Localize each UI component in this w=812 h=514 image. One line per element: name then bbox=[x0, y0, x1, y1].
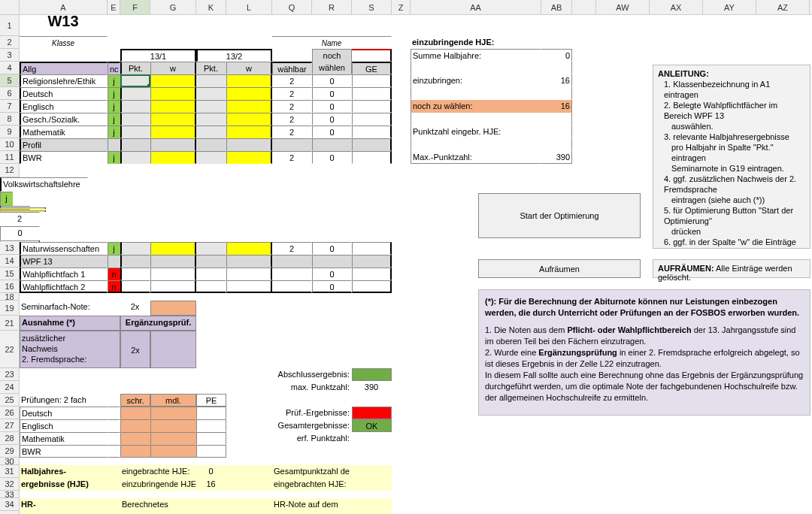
berech-erg-label: Ergebnis: bbox=[120, 511, 196, 514]
row-6[interactable]: 6 bbox=[0, 87, 20, 100]
seminar-label: Seminarfach-Note: bbox=[20, 301, 108, 316]
row-9[interactable]: 9 bbox=[0, 125, 20, 138]
row-24[interactable]: 24 bbox=[0, 381, 20, 394]
eing-hje-value: 0 bbox=[196, 465, 226, 478]
row-11[interactable]: 11 bbox=[0, 151, 20, 164]
row-31[interactable]: 31 bbox=[0, 465, 20, 478]
gespkt-label: Gesamtpunktzahl de bbox=[272, 465, 392, 478]
aufraeumen-button[interactable]: Aufräumen bbox=[478, 259, 641, 278]
sem1: 13/1 bbox=[120, 49, 196, 62]
abschluss-label: Abschlussergebnis: bbox=[272, 368, 352, 381]
waehlen-hdr: wählen bbox=[312, 62, 352, 74]
erf-pkt-label: erf. Punktzahl: bbox=[272, 432, 352, 445]
col-R[interactable]: R bbox=[312, 0, 352, 14]
gespkt2-label: eingebrachten HJE: bbox=[272, 478, 392, 491]
row-3[interactable]: 3 bbox=[0, 49, 20, 62]
col-AY[interactable]: AY bbox=[703, 0, 756, 14]
col-AA[interactable]: AA bbox=[411, 0, 541, 14]
col-AZ[interactable]: AZ bbox=[756, 0, 810, 14]
punktzahl-eingebr-label: Punktzahl eingebr. HJE: bbox=[411, 125, 541, 138]
seminar-value[interactable] bbox=[150, 301, 196, 316]
name-label: Name bbox=[272, 36, 392, 49]
row-33[interactable]: 33 bbox=[0, 491, 20, 498]
row-34[interactable]: 34 bbox=[0, 498, 20, 511]
aufraeumen-panel: AUFRÄUMEN: Alle Einträge werden gelöscht… bbox=[653, 259, 810, 278]
row-2[interactable]: 2 bbox=[0, 36, 20, 49]
row-27[interactable]: 27 bbox=[0, 419, 20, 432]
einzu-hje-label: einzubringende HJE: bbox=[120, 478, 196, 491]
col-A[interactable]: A bbox=[20, 0, 108, 14]
berech-label: Berechnetes bbox=[120, 498, 196, 511]
einzu-hje-value: 16 bbox=[196, 478, 226, 491]
col-AB[interactable]: AB bbox=[541, 0, 572, 14]
col-F[interactable]: F bbox=[120, 0, 150, 14]
col-S[interactable]: S bbox=[352, 0, 392, 14]
hr-label: HR- bbox=[20, 498, 108, 511]
row-18[interactable]: 18 bbox=[0, 293, 20, 301]
wpf-hdr: WPF 13 bbox=[20, 255, 108, 268]
schr-hdr: schr. bbox=[120, 394, 150, 407]
row-29[interactable]: 29 bbox=[0, 445, 20, 458]
row-23[interactable]: 23 bbox=[0, 368, 20, 381]
ergaenzung-label: Ergänzungsprüf. bbox=[120, 316, 196, 331]
row-19[interactable]: 19 bbox=[0, 301, 20, 316]
row-30[interactable]: 30 bbox=[0, 458, 20, 465]
row-12[interactable]: 12 bbox=[0, 164, 20, 177]
row-1[interactable]: 1 bbox=[0, 15, 20, 36]
sem2: 13/2 bbox=[196, 49, 272, 62]
ergebnisse-label: ergebnisse (HJE) bbox=[20, 478, 108, 491]
col-AX[interactable]: AX bbox=[650, 0, 703, 14]
pruef-erg-label: Prüf.-Ergebnisse: bbox=[272, 407, 352, 419]
row-21[interactable]: 21 bbox=[0, 316, 20, 331]
nc-hdr: nc bbox=[108, 62, 120, 74]
noch-zu-waehlen-label: noch zu wählen: bbox=[411, 100, 541, 113]
row-13[interactable]: 13 bbox=[0, 242, 20, 255]
ausnahme-label: Ausnahme (*) bbox=[20, 316, 120, 331]
row-14[interactable]: 14 bbox=[0, 255, 20, 268]
profil-hdr: Profil bbox=[20, 138, 108, 151]
eing-hje-label: eingebrachte HJE: bbox=[120, 465, 196, 478]
row-22[interactable]: 22 bbox=[0, 331, 20, 368]
noch-zu-waehlen-value: 16 bbox=[541, 100, 572, 113]
klasse-label: Klasse bbox=[20, 36, 108, 49]
row-7[interactable]: 7 bbox=[0, 100, 20, 113]
row-4[interactable]: 4 bbox=[0, 62, 20, 74]
row-5[interactable]: 5 bbox=[0, 74, 20, 87]
col-AW[interactable]: AW bbox=[596, 0, 650, 14]
spreadsheet: A E F G K L Q R S Z AA AB AW AX AY AZ 1 … bbox=[0, 0, 812, 514]
gesamt-erg-label: Gesamtergebnisse: bbox=[272, 419, 352, 432]
ok-value: OK bbox=[352, 419, 392, 432]
mdl-hdr: mdl. bbox=[150, 394, 196, 407]
col-Z[interactable]: Z bbox=[392, 0, 411, 14]
col-K[interactable]: K bbox=[196, 0, 226, 14]
col-L[interactable]: L bbox=[226, 0, 272, 14]
allg-hdr: Allg bbox=[20, 62, 108, 74]
col-Q[interactable]: Q bbox=[272, 0, 312, 14]
row-26[interactable]: 26 bbox=[0, 407, 20, 419]
row-8[interactable]: 8 bbox=[0, 113, 20, 125]
row-32[interactable]: 32 bbox=[0, 478, 20, 491]
start-optimierung-button[interactable]: Start der Optimierung bbox=[478, 193, 641, 238]
col-E[interactable]: E bbox=[108, 0, 120, 14]
row-15[interactable]: 15 bbox=[0, 268, 20, 280]
max-punktzahl-label: Max.-Punktzahl: bbox=[411, 151, 541, 164]
footnote-panel: (*): Für die Berechnung der Abiturnote k… bbox=[478, 289, 810, 416]
dnote-label: Durchschnittsnote: bbox=[20, 511, 108, 514]
anleitung-panel: ANLEITUNG: 1. Klassenbezeichnung in A1 e… bbox=[653, 65, 810, 249]
row-16[interactable]: 16 bbox=[0, 280, 20, 293]
w1-hdr: w bbox=[150, 62, 196, 74]
row-35[interactable]: 35 bbox=[0, 511, 20, 514]
abzeugnis-label: Abschlusszeugnis: bbox=[272, 511, 392, 514]
maxpkt-value: 390 bbox=[352, 381, 392, 394]
einzubringende-hje-label: einzubringende HJE: bbox=[411, 36, 541, 49]
row-10[interactable]: 10 bbox=[0, 138, 20, 151]
row-28[interactable]: 28 bbox=[0, 432, 20, 445]
waehlbar-hdr: wählbar bbox=[272, 62, 312, 74]
pe-hdr: PE bbox=[196, 394, 226, 407]
noch-hdr: noch bbox=[312, 49, 352, 62]
active-cell-F5[interactable] bbox=[120, 74, 150, 87]
col-G[interactable]: G bbox=[150, 0, 196, 14]
row-25[interactable]: 25 bbox=[0, 394, 20, 407]
pkt2-hdr: Pkt. bbox=[196, 62, 226, 74]
w2-hdr: w bbox=[226, 62, 272, 74]
